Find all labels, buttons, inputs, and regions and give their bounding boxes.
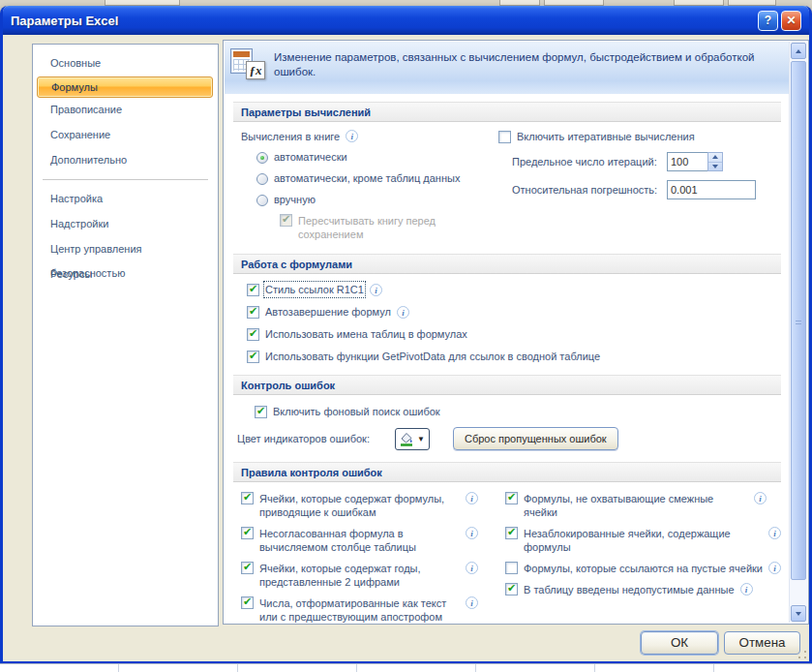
checkbox[interactable]	[505, 492, 518, 504]
sidebar-item-advanced[interactable]: Дополнительно	[33, 148, 218, 173]
checkbox[interactable]	[505, 562, 518, 574]
spinner-buttons	[707, 152, 723, 171]
close-button[interactable]: ✕	[781, 11, 801, 31]
checkbox[interactable]	[241, 527, 254, 539]
rule-label[interactable]: Ячейки, которые содержат формулы, привод…	[259, 492, 460, 519]
rule-label[interactable]: Формулы, не охватывающие смежные ячейки	[524, 492, 748, 519]
max-iterations-spinner	[667, 152, 723, 171]
rule-formulas-omit-adjacent-cells[interactable]: Формулы, не охватывающие смежные ячейки …	[505, 492, 781, 519]
calculation-section: Вычисления в книге i автоматически автом…	[233, 130, 781, 241]
background-error-checking-row[interactable]: Включить фоновый поиск ошибок	[255, 405, 781, 418]
getpivotdata-label[interactable]: Использовать функции GetPivotData для сс…	[265, 350, 600, 363]
background-error-checking-checkbox[interactable]	[255, 406, 267, 418]
banner-description: Изменение параметров, связанных с вычисл…	[274, 48, 763, 94]
sidebar-item-customize[interactable]: Настройка	[33, 187, 218, 212]
precision-row: Относительная погрешность:	[498, 180, 781, 199]
reset-ignored-errors-button[interactable]: Сброс пропущенных ошибок	[453, 427, 618, 450]
sidebar-item-general[interactable]: Основные	[33, 51, 218, 76]
scroll-content: Параметры вычислений Вычисления в книге …	[224, 102, 808, 625]
checkbox[interactable]	[505, 527, 518, 539]
excel-options-dialog: Параметры Excel ? ✕ Основные Формулы Пра…	[0, 6, 812, 664]
rule-label[interactable]: Формулы, которые ссылаются на пустые яче…	[524, 562, 763, 575]
table-names-label[interactable]: Использовать имена таблиц в формулах	[265, 327, 467, 341]
rule-unlocked-cells-with-formulas[interactable]: Незаблокированные ячейки, содержащие фор…	[505, 527, 781, 554]
radio-row-manual[interactable]: вручную	[256, 193, 493, 206]
error-rules-grid: Ячейки, которые содержат формулы, привод…	[233, 492, 781, 625]
radio-label[interactable]: автоматически	[274, 150, 347, 164]
rule-label[interactable]: Несогласованная формула в вычисляемом ст…	[259, 527, 460, 554]
sidebar-item-proofing[interactable]: Правописание	[33, 98, 218, 123]
checkbox[interactable]	[505, 583, 518, 596]
table-names-checkbox[interactable]	[247, 328, 259, 341]
getpivotdata-checkbox[interactable]	[247, 351, 259, 363]
info-icon: i	[346, 130, 358, 142]
scroll-down-button[interactable]	[791, 605, 806, 622]
radio-row-automatic-except-tables[interactable]: автоматически, кроме таблиц данных	[256, 171, 493, 185]
radio-row-automatic[interactable]: автоматически	[256, 150, 493, 164]
getpivotdata-row[interactable]: Использовать функции GetPivotData для сс…	[247, 350, 781, 363]
formula-autocomplete-label[interactable]: Автозавершение формул	[265, 305, 391, 319]
dialog-titlebar[interactable]: Параметры Excel ? ✕	[3, 6, 809, 35]
resize-grip[interactable]	[797, 650, 807, 659]
rule-two-digit-years[interactable]: Ячейки, которые содержат годы, представл…	[241, 562, 501, 589]
r1c1-style-checkbox[interactable]	[247, 284, 259, 296]
info-icon: i	[466, 562, 478, 574]
rule-label[interactable]: В таблицу введены недопустимые данные	[524, 583, 735, 596]
page-banner: ƒx Изменение параметров, связанных с выч…	[225, 42, 807, 94]
spin-up-button[interactable]	[708, 153, 722, 162]
scrollbar-thumb[interactable]	[791, 61, 806, 580]
rule-cells-with-error-formulas[interactable]: Ячейки, которые содержат формулы, привод…	[241, 492, 501, 519]
formula-autocomplete-checkbox[interactable]	[247, 306, 259, 319]
section-header-error-checking: Контроль ошибок	[233, 375, 781, 395]
indicator-color-label: Цвет индикаторов ошибок:	[237, 433, 395, 444]
checkbox[interactable]	[241, 596, 254, 609]
error-rules-right-column: Формулы, не охватывающие смежные ячейки …	[501, 492, 781, 625]
rule-label[interactable]: Числа, отформатированные как текст или с…	[259, 596, 460, 624]
cancel-button[interactable]: Отмена	[724, 631, 800, 655]
sidebar-item-trust-center[interactable]: Центр управления безопасностью	[33, 237, 218, 262]
sidebar-item-formulas[interactable]: Формулы	[37, 76, 213, 98]
r1c1-style-row[interactable]: Стиль ссылок R1C1 i	[247, 283, 781, 296]
rule-inconsistent-calculated-column[interactable]: Несогласованная формула в вычисляемом ст…	[241, 527, 501, 554]
sidebar-item-save[interactable]: Сохранение	[33, 123, 218, 148]
radio-label[interactable]: автоматически, кроме таблиц данных	[274, 171, 460, 185]
max-iterations-row: Предельное число итераций:	[498, 152, 781, 171]
help-button[interactable]: ?	[758, 11, 778, 31]
sidebar-item-resources[interactable]: Ресурсы	[33, 262, 218, 288]
iterative-calculation-checkbox[interactable]	[498, 131, 511, 143]
background-error-checking-label[interactable]: Включить фоновый поиск ошибок	[273, 405, 440, 418]
info-icon: i	[768, 527, 781, 539]
error-indicator-color-dropdown[interactable]: ▼	[395, 428, 430, 450]
r1c1-style-label[interactable]: Стиль ссылок R1C1	[265, 283, 364, 296]
radio-automatic[interactable]	[256, 152, 268, 164]
sidebar-item-addins[interactable]: Надстройки	[33, 212, 218, 237]
radio-automatic-except-tables[interactable]	[256, 173, 268, 185]
ok-button[interactable]: ОК	[641, 631, 718, 655]
paint-bucket-icon	[398, 431, 415, 447]
scroll-up-button[interactable]	[791, 43, 806, 59]
chevron-down-icon: ▼	[417, 435, 425, 443]
checkbox[interactable]	[241, 492, 254, 504]
iterative-checkbox-row[interactable]: Включить итеративные вычисления	[498, 130, 781, 143]
iterative-calculation-label[interactable]: Включить итеративные вычисления	[517, 130, 695, 143]
precision-label: Относительная погрешность:	[512, 184, 667, 196]
vertical-scrollbar[interactable]	[789, 42, 807, 623]
rule-invalid-table-data[interactable]: В таблицу введены недопустимые данные i	[505, 583, 781, 596]
precision-input[interactable]	[667, 180, 756, 199]
radio-manual[interactable]	[256, 195, 268, 206]
section-header-error-rules: Правила контроля ошибок	[233, 462, 781, 482]
formula-autocomplete-row[interactable]: Автозавершение формул i	[247, 305, 781, 319]
workbook-calculation-group: Вычисления в книге i автоматически автом…	[233, 130, 493, 241]
titlebar-buttons: ? ✕	[758, 11, 801, 31]
rule-label[interactable]: Ячейки, которые содержат годы, представл…	[259, 562, 460, 589]
rule-formulas-referring-empty-cells[interactable]: Формулы, которые ссылаются на пустые яче…	[505, 562, 781, 575]
rule-numbers-as-text[interactable]: Числа, отформатированные как текст или с…	[241, 596, 501, 624]
radio-label[interactable]: вручную	[274, 193, 316, 206]
table-names-row[interactable]: Использовать имена таблиц в формулах	[247, 327, 781, 341]
info-icon: i	[466, 527, 478, 539]
rule-label[interactable]: Незаблокированные ячейки, содержащие фор…	[524, 527, 763, 554]
max-iterations-input[interactable]	[667, 152, 707, 171]
info-icon: i	[397, 306, 409, 319]
checkbox[interactable]	[241, 562, 254, 574]
spin-down-button[interactable]	[708, 162, 722, 171]
